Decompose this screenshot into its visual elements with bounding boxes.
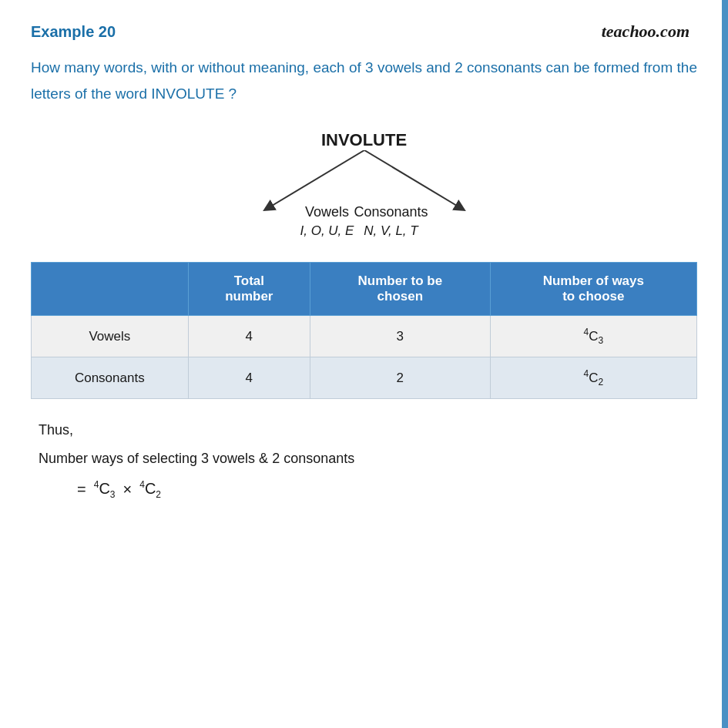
tree-root-label: INVOLUTE [321,130,407,150]
formula-times-symbol: × [123,481,133,498]
row-choose-vowels: 3 [310,316,491,357]
row-ways-vowels: 4C3 [490,316,696,357]
conclusion-thus: Thus, [31,422,697,438]
col-header-chosen: Number to bechosen [310,263,491,316]
tree-right-sub: N, V, L, T [364,223,418,239]
row-total-consonants: 4 [188,357,310,399]
formula-c1-sup: 4 [94,479,99,490]
formula-c2-sub: 2 [156,489,161,500]
data-table: Totalnumber Number to bechosen Number of… [31,262,697,399]
row-label-vowels: Vowels [32,316,189,357]
col-header-total: Totalnumber [188,263,310,316]
question-text: How many words, with or without meaning,… [31,55,697,107]
tree-left-branch: Vowels I, O, U, E [300,204,354,239]
tree-left-sub: I, O, U, E [300,223,354,239]
row-ways-consonants: 4C2 [490,357,696,399]
brand-logo: teachoo.com [602,22,689,42]
row-total-vowels: 4 [188,316,310,357]
formula-c1: 4C3 [94,479,116,500]
table-row: Consonants 4 2 4C2 [32,357,697,399]
tree-branches: Vowels I, O, U, E Consonants N, V, L, T [172,150,557,239]
ways-sup-vowels: 4 [583,327,589,337]
tree-right-branch: Consonants N, V, L, T [354,204,428,239]
svg-line-0 [268,150,364,208]
tree-diagram: INVOLUTE Vowels I, O, U, E Consonants N,… [31,130,697,239]
col-header-ways: Number of waysto choose [490,263,696,316]
formula-c2-sup: 4 [139,479,145,490]
ways-sup-consonants: 4 [583,368,589,379]
col-header-empty [32,263,189,316]
tree-right-label: Consonants [354,204,428,220]
formula-equals: = [77,481,86,498]
conclusion-text: Number ways of selecting 3 vowels & 2 co… [31,451,697,467]
formula-line: = 4C3 × 4C2 [31,479,697,500]
row-label-consonants: Consonants [32,357,189,399]
formula-c2: 4C2 [139,479,161,500]
formula-c1-sub: 3 [110,489,116,500]
table-row: Vowels 4 3 4C3 [32,316,697,357]
formula-expression: = 4C3 × 4C2 [77,479,161,500]
row-choose-consonants: 2 [310,357,491,399]
example-title: Example 20 [31,23,697,41]
tree-left-label: Vowels [305,204,349,220]
svg-line-1 [364,150,461,208]
